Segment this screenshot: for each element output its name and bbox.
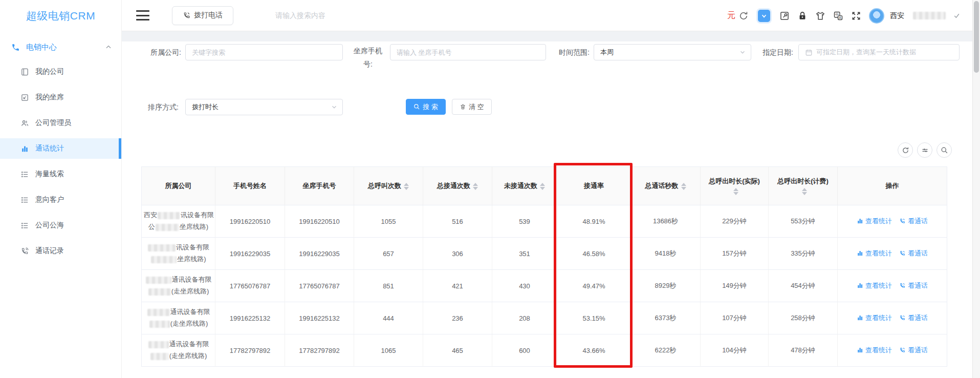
redacted-text	[149, 321, 170, 328]
phone-icon	[11, 43, 20, 52]
sidebar-item-intent-customers[interactable]: 意向客户	[0, 187, 121, 213]
company-filter-label: 所属公司:	[141, 44, 181, 60]
phone-record-icon	[20, 247, 29, 256]
chevron-down-icon	[739, 49, 746, 56]
trash-icon	[460, 103, 466, 110]
cell-connected: 236	[423, 302, 492, 334]
translate-icon[interactable]: 中A	[833, 11, 843, 21]
redacted-text	[156, 224, 179, 231]
view-calls-link[interactable]: 看通话	[899, 313, 928, 323]
view-calls-link[interactable]: 看通话	[899, 217, 928, 226]
redacted-text	[148, 244, 176, 251]
agent-phone-filter-input[interactable]	[390, 44, 546, 60]
user-avatar[interactable]	[869, 8, 884, 24]
column-settings-button[interactable]	[917, 142, 932, 158]
search-icon	[413, 103, 420, 110]
col-call-seconds: 总通话秒数	[631, 167, 701, 205]
dropdown-check-button[interactable]	[758, 10, 770, 22]
cell-agent-phone: 19916229035	[285, 238, 354, 270]
col-phone-name: 手机号姓名	[215, 167, 285, 205]
topbar-right-cluster: 元 中A 西安	[727, 0, 960, 31]
cell-company: 通讯设备有限(走坐席线路)	[142, 334, 215, 367]
sort-control[interactable]	[540, 183, 545, 190]
cell-agent-phone: 17782797892	[285, 334, 354, 367]
tools-icon[interactable]	[779, 11, 790, 21]
sidebar-item-call-stats[interactable]: 通话统计	[0, 138, 121, 159]
sort-control[interactable]	[733, 188, 738, 195]
app-window: 超级电销CRM 电销中心 我的公司 我的坐席 公司管理员 通话统计	[0, 0, 980, 378]
vertical-scrollbar[interactable]	[972, 0, 980, 378]
search-icon	[941, 146, 948, 154]
sort-control[interactable]	[404, 183, 409, 190]
sidebar-item-my-company[interactable]: 我的公司	[0, 59, 121, 85]
search-table-button[interactable]	[937, 142, 952, 158]
sidebar-item-mass-leads[interactable]: 海量线索	[0, 161, 121, 187]
cell-connect-rate: 43.66%	[557, 334, 631, 367]
lock-icon[interactable]	[797, 11, 808, 21]
refresh-icon[interactable]	[738, 11, 749, 21]
view-calls-link[interactable]: 看通话	[899, 249, 928, 258]
search-button[interactable]: 搜 索	[406, 99, 446, 115]
sort-select[interactable]: 拨打时长	[185, 99, 343, 115]
user-name[interactable]: 西安	[890, 11, 904, 20]
cell-outbound-actual: 229分钟	[701, 205, 769, 238]
sort-control[interactable]	[681, 183, 686, 190]
topbar: 拨打电话 元 中A 西安	[122, 0, 972, 31]
view-stats-link[interactable]: 查看统计	[857, 217, 892, 226]
time-range-select[interactable]: 本周	[594, 44, 751, 60]
calendar-icon	[805, 49, 813, 56]
fullscreen-icon[interactable]	[851, 11, 861, 21]
clear-button[interactable]: 清 空	[452, 99, 492, 115]
cell-phone-name: 19916229035	[215, 238, 285, 270]
chevron-down-icon	[760, 12, 768, 19]
bar-chart-icon	[857, 314, 863, 321]
main-content: 所属公司: 坐席手机号: 时间范围: 本周 指定日期: 可指定日期，查询某一天统…	[122, 31, 972, 378]
phone-icon	[899, 218, 906, 224]
sort-filter-label: 排序方式:	[139, 99, 179, 115]
global-search-input[interactable]	[275, 11, 439, 19]
col-company: 所属公司	[142, 167, 215, 205]
cell-actions: 查看统计看通话	[838, 302, 947, 334]
bar-chart-icon	[20, 144, 29, 153]
dial-call-button[interactable]: 拨打电话	[172, 6, 233, 25]
list-icon	[20, 170, 29, 179]
cell-missed: 600	[492, 334, 557, 367]
view-stats-link[interactable]: 查看统计	[857, 249, 892, 258]
company-filter-input[interactable]	[185, 44, 343, 60]
sidebar-item-company-admin[interactable]: 公司管理员	[0, 110, 121, 136]
cell-total-calls: 657	[354, 238, 423, 270]
cell-connect-rate: 53.15%	[557, 302, 631, 334]
view-stats-link[interactable]: 查看统计	[857, 281, 892, 290]
date-picker-input[interactable]: 可指定日期，查询某一天统计数据	[798, 44, 960, 60]
cell-connect-rate: 46.58%	[557, 238, 631, 270]
shirt-icon[interactable]	[815, 11, 825, 21]
sidebar-item-company-pool[interactable]: 公司公海	[0, 213, 121, 238]
scrollbar-thumb[interactable]	[974, 1, 979, 73]
date-placeholder: 可指定日期，查询某一天统计数据	[816, 48, 916, 57]
hamburger-menu-icon[interactable]	[136, 10, 149, 20]
view-calls-link[interactable]: 看通话	[899, 281, 928, 290]
phone-icon	[899, 282, 906, 289]
sidebar-group-call-center[interactable]: 电销中心	[0, 35, 121, 59]
sidebar-item-call-records[interactable]: 通话记录	[0, 238, 121, 264]
phone-icon	[183, 11, 191, 19]
col-actions: 操作	[838, 167, 947, 205]
cell-company: 通讯设备有限(走坐席线路)	[142, 270, 215, 302]
sort-control[interactable]	[802, 188, 807, 195]
phone-icon	[899, 314, 906, 321]
cell-outbound-billed: 553分钟	[769, 205, 838, 238]
table-row: 通讯设备有限(走坐席线路)199162251321991622513244423…	[142, 302, 947, 334]
sort-control[interactable]	[473, 183, 478, 190]
cell-company: 讯设备有限坐席线路)	[142, 238, 215, 270]
view-stats-link[interactable]: 查看统计	[857, 313, 892, 323]
view-calls-link[interactable]: 看通话	[899, 346, 928, 355]
sidebar-item-my-seat[interactable]: 我的坐席	[0, 85, 121, 110]
refresh-table-button[interactable]	[898, 142, 913, 158]
view-stats-link[interactable]: 查看统计	[857, 346, 892, 355]
phone-icon	[899, 347, 906, 353]
col-connected: 总接通次数	[423, 167, 492, 205]
col-connect-rate: 接通率	[557, 167, 631, 205]
redacted-text	[151, 256, 177, 263]
cell-agent-phone: 19916225132	[285, 302, 354, 334]
cell-connected: 465	[423, 334, 492, 367]
